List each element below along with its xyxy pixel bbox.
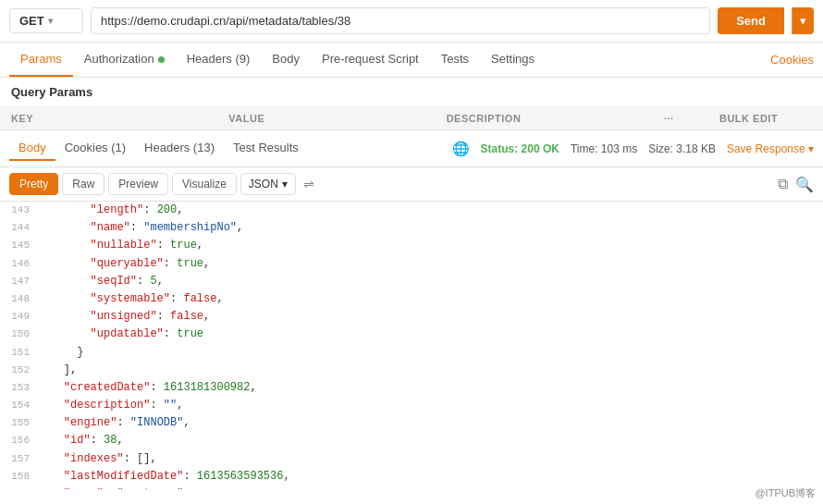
code-line: 154 "description": "",: [0, 397, 823, 414]
format-select[interactable]: JSON ▾: [240, 173, 296, 195]
status-time: Time: 103 ms: [571, 142, 637, 155]
res-tab-test-results[interactable]: Test Results: [224, 136, 308, 161]
code-line: 151 }: [0, 344, 823, 362]
code-line: 150 "updatable": true: [0, 326, 823, 343]
code-line: 157 "indexes": [],: [0, 450, 823, 468]
code-line: 143 "length": 200,: [0, 202, 823, 219]
format-right-icons: ⧉ 🔍: [778, 176, 814, 193]
code-view: 143 "length": 200,144 "name": "membershi…: [0, 202, 823, 489]
auth-dot: [158, 56, 165, 63]
line-content: "length": 200,: [37, 202, 823, 219]
table-header: KEY VALUE DESCRIPTION ··· Bulk Edit: [0, 107, 823, 130]
tab-tests[interactable]: Tests: [430, 43, 480, 77]
line-number: 158: [0, 468, 37, 486]
code-line: 158 "lastModifiedDate": 1613563593536,: [0, 468, 823, 486]
line-number: 147: [0, 273, 37, 290]
line-number: 151: [0, 344, 37, 362]
code-line: 153 "createdDate": 1613181300982,: [0, 379, 823, 397]
status-ok: Status: 200 OK: [481, 142, 559, 155]
line-content: ],: [37, 362, 823, 379]
line-content: "name": "membershipNo",: [37, 219, 823, 237]
tab-authorization[interactable]: Authorization: [73, 43, 176, 77]
line-content: "nullable": true,: [37, 237, 823, 254]
line-number: 144: [0, 219, 37, 237]
line-number: 146: [0, 255, 37, 273]
method-label: GET: [19, 14, 44, 28]
line-number: 156: [0, 432, 37, 449]
line-number: 145: [0, 237, 37, 254]
line-number: 149: [0, 308, 37, 326]
code-line: 144 "name": "membershipNo",: [0, 219, 823, 237]
col-value: VALUE: [228, 113, 446, 124]
line-content: "queryable": true,: [37, 255, 823, 273]
line-number: 154: [0, 397, 37, 414]
search-icon[interactable]: 🔍: [795, 176, 814, 193]
code-line: 145 "nullable": true,: [0, 237, 823, 254]
copy-icon[interactable]: ⧉: [778, 176, 788, 193]
line-content: "updatable": true: [37, 326, 823, 343]
code-line: 149 "unsigned": false,: [0, 308, 823, 326]
query-params-section: Query Params: [0, 78, 823, 107]
line-content: "createdDate": 1613181300982,: [37, 379, 823, 397]
format-chevron-icon: ▾: [282, 178, 288, 191]
line-content: "id": 38,: [37, 432, 823, 449]
tab-headers[interactable]: Headers (9): [176, 43, 262, 77]
line-number: 148: [0, 290, 37, 308]
line-number: 153: [0, 379, 37, 397]
tab-body[interactable]: Body: [261, 43, 311, 77]
url-input[interactable]: [91, 7, 710, 34]
line-content: "engine": "INNODB",: [37, 414, 823, 432]
tab-params[interactable]: Params: [9, 43, 73, 77]
line-number: 159: [0, 486, 37, 489]
cookies-link[interactable]: Cookies: [770, 43, 814, 76]
status-info: 🌐 Status: 200 OK Time: 103 ms Size: 3.18…: [452, 141, 814, 157]
request-tabs-row: Params Authorization Headers (9) Body Pr…: [0, 43, 823, 78]
tab-settings[interactable]: Settings: [480, 43, 546, 77]
format-row: Pretty Raw Preview Visualize JSON ▾ ⇌ ⧉ …: [0, 167, 823, 202]
line-number: 150: [0, 326, 37, 343]
res-tab-headers[interactable]: Headers (13): [135, 136, 224, 161]
fmt-visualize-button[interactable]: Visualize: [172, 173, 237, 195]
code-line: 147 "seqId": 5,: [0, 273, 823, 290]
line-content: "unsigned": false,: [37, 308, 823, 326]
wrap-icon[interactable]: ⇌: [303, 177, 314, 191]
tab-pre-request-script[interactable]: Pre-request Script: [311, 43, 430, 77]
globe-icon: 🌐: [452, 141, 470, 157]
send-dropdown-button[interactable]: ▾: [792, 7, 814, 34]
line-content: "indexes": [],: [37, 450, 823, 468]
col-key: KEY: [11, 113, 228, 124]
code-line: 156 "id": 38,: [0, 432, 823, 449]
code-line: 155 "engine": "INNODB",: [0, 414, 823, 432]
line-content: "description": "",: [37, 397, 823, 414]
save-response-button[interactable]: Save Response ▾: [727, 142, 814, 155]
line-number: 157: [0, 450, 37, 468]
status-size: Size: 3.18 KB: [648, 142, 716, 155]
send-button[interactable]: Send: [718, 7, 784, 34]
url-bar: GET ▾ Send ▾: [0, 0, 823, 43]
line-content: "systemable": false,: [37, 290, 823, 308]
format-value: JSON: [249, 178, 278, 191]
res-tab-body[interactable]: Body: [9, 136, 55, 161]
line-content: "name": "customer",: [37, 486, 823, 489]
code-line: 146 "queryable": true,: [0, 255, 823, 273]
line-number: 143: [0, 202, 37, 219]
fmt-raw-button[interactable]: Raw: [62, 173, 104, 195]
col-more: ···: [664, 113, 719, 124]
response-tabs-row: Body Cookies (1) Headers (13) Test Resul…: [0, 130, 823, 167]
watermark: @ITPUB博客: [755, 486, 816, 500]
fmt-pretty-button[interactable]: Pretty: [9, 173, 58, 195]
res-tab-cookies[interactable]: Cookies (1): [55, 136, 135, 161]
line-content: "seqId": 5,: [37, 273, 823, 290]
fmt-preview-button[interactable]: Preview: [108, 173, 168, 195]
method-select[interactable]: GET ▾: [9, 8, 83, 33]
col-bulk-edit[interactable]: Bulk Edit: [719, 113, 812, 124]
line-number: 155: [0, 414, 37, 432]
code-line: 152 ],: [0, 362, 823, 379]
line-number: 152: [0, 362, 37, 379]
col-description: DESCRIPTION: [447, 113, 664, 124]
line-content: "lastModifiedDate": 1613563593536,: [37, 468, 823, 486]
method-chevron-icon: ▾: [48, 16, 53, 26]
code-line: 159 "name": "customer",: [0, 486, 823, 489]
line-content: }: [37, 344, 823, 362]
code-line: 148 "systemable": false,: [0, 290, 823, 308]
